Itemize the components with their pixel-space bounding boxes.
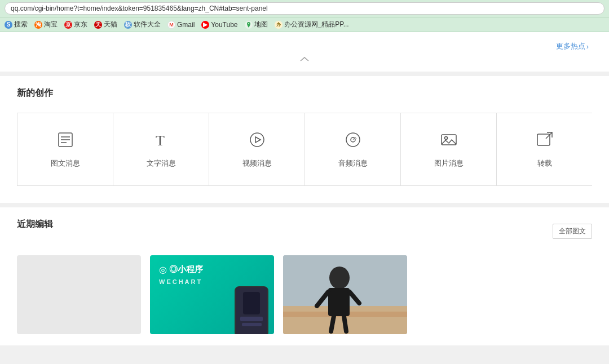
- bookmark-youtube-label: YouTube: [211, 21, 237, 29]
- more-hotspot-link[interactable]: 更多热点 ›: [556, 41, 589, 51]
- bookmark-software[interactable]: 软 软件大全: [124, 20, 161, 29]
- phone-mockup: [235, 286, 268, 334]
- creation-item-graphic[interactable]: 图文消息: [17, 113, 113, 186]
- search-icon: S: [5, 21, 12, 29]
- url-bar-container: qq.com/cgi-bin/home?t=home/index&token=9…: [0, 0, 609, 17]
- svg-line-12: [546, 132, 552, 139]
- text-msg-icon: T: [152, 131, 170, 152]
- audio-msg-label: 音频消息: [338, 158, 368, 168]
- url-bar[interactable]: qq.com/cgi-bin/home?t=home/index&token=9…: [5, 2, 604, 15]
- creation-grid: 图文消息 T 文字消息 视频消息: [17, 113, 592, 186]
- recent-item-photo[interactable]: [283, 255, 407, 334]
- audio-msg-icon: [344, 131, 362, 152]
- svg-text:T: T: [156, 132, 165, 149]
- graphic-msg-icon: [56, 131, 74, 152]
- bookmarks-bar: S 搜索 淘 淘宝 京 京东 天 天猫 软 软件大全 M Gmail ▶ You…: [0, 17, 609, 32]
- recent-grid: ◎ ◎小程序 WECHART: [17, 255, 592, 334]
- hotspot-section: 更多热点 ›: [0, 32, 609, 72]
- collapse-icon[interactable]: [299, 56, 310, 63]
- bookmark-jd[interactable]: 京 京东: [64, 20, 87, 29]
- creation-item-video[interactable]: 视频消息: [209, 113, 305, 186]
- bookmark-map[interactable]: 地图: [245, 20, 268, 29]
- creation-item-text[interactable]: T 文字消息: [113, 113, 209, 186]
- bookmark-tmall[interactable]: 天 天猫: [94, 20, 117, 29]
- svg-point-5: [250, 133, 264, 147]
- video-msg-label: 视频消息: [242, 158, 272, 168]
- creation-item-image[interactable]: 图片消息: [400, 113, 497, 186]
- bookmark-software-label: 软件大全: [134, 20, 161, 29]
- mini-program-subtitle: WECHART: [159, 278, 202, 285]
- svg-point-16: [329, 267, 350, 289]
- mini-program-title: ◎小程序: [169, 264, 203, 275]
- jd-icon: 京: [64, 21, 72, 29]
- more-hotspot-label: 更多热点: [556, 41, 585, 51]
- creation-section: 新的创作 图文消息 T: [0, 76, 609, 203]
- svg-point-10: [444, 136, 447, 139]
- view-all-button[interactable]: 全部图文: [553, 224, 592, 239]
- bookmark-jd-label: 京东: [74, 20, 87, 29]
- graphic-msg-label: 图文消息: [51, 158, 80, 168]
- tmall-icon: 天: [94, 21, 102, 29]
- repost-msg-icon: [536, 131, 554, 152]
- more-hotspot-chevron: ›: [586, 42, 589, 51]
- collapse-chevron-container: [9, 51, 600, 63]
- mini-program-icon: ◎: [159, 264, 167, 275]
- bookmark-map-label: 地图: [254, 20, 268, 29]
- recent-section-header: 近期编辑 全部图文: [17, 219, 592, 244]
- bookmark-office[interactable]: 办 办公资源网_精品PP...: [275, 20, 349, 29]
- svg-line-21: [344, 316, 346, 331]
- gmail-icon: M: [167, 21, 175, 29]
- image-msg-icon: [440, 131, 458, 152]
- repost-msg-label: 转载: [537, 158, 552, 168]
- bookmark-office-label: 办公资源网_精品PP...: [284, 20, 349, 29]
- svg-rect-17: [328, 288, 350, 316]
- youtube-icon: ▶: [201, 21, 209, 29]
- bookmark-youtube[interactable]: ▶ YouTube: [201, 21, 237, 29]
- recent-item-blank[interactable]: [17, 255, 141, 334]
- video-msg-icon: [248, 131, 266, 152]
- person-photo-bg: [283, 255, 407, 334]
- office-icon: 办: [275, 21, 283, 29]
- bookmark-taobao[interactable]: 淘 淘宝: [34, 20, 58, 29]
- bookmark-search-label: 搜索: [14, 20, 28, 29]
- bookmark-tmall-label: 天猫: [104, 20, 117, 29]
- map-icon: [245, 21, 253, 29]
- recent-section-title: 近期编辑: [17, 219, 53, 230]
- image-msg-label: 图片消息: [434, 158, 464, 168]
- svg-marker-6: [255, 137, 261, 143]
- software-icon: 软: [124, 21, 132, 29]
- page-content: 更多热点 › 新的创作 图文消息: [0, 32, 609, 359]
- recent-item-mini-program[interactable]: ◎ ◎小程序 WECHART: [150, 255, 274, 334]
- bookmark-gmail-label: Gmail: [177, 21, 195, 29]
- recent-section: 近期编辑 全部图文 ◎ ◎小程序 WECHART: [0, 207, 609, 345]
- taobao-icon: 淘: [34, 21, 42, 29]
- creation-section-title: 新的创作: [17, 87, 592, 99]
- bookmark-taobao-label: 淘宝: [44, 20, 58, 29]
- bookmark-gmail[interactable]: M Gmail: [167, 21, 195, 29]
- text-msg-label: 文字消息: [147, 158, 176, 168]
- svg-rect-11: [537, 134, 550, 145]
- creation-item-repost[interactable]: 转载: [496, 113, 592, 186]
- svg-point-7: [346, 133, 360, 147]
- bookmark-search[interactable]: S 搜索: [5, 20, 28, 29]
- creation-item-audio[interactable]: 音频消息: [304, 113, 401, 186]
- svg-line-20: [331, 316, 334, 331]
